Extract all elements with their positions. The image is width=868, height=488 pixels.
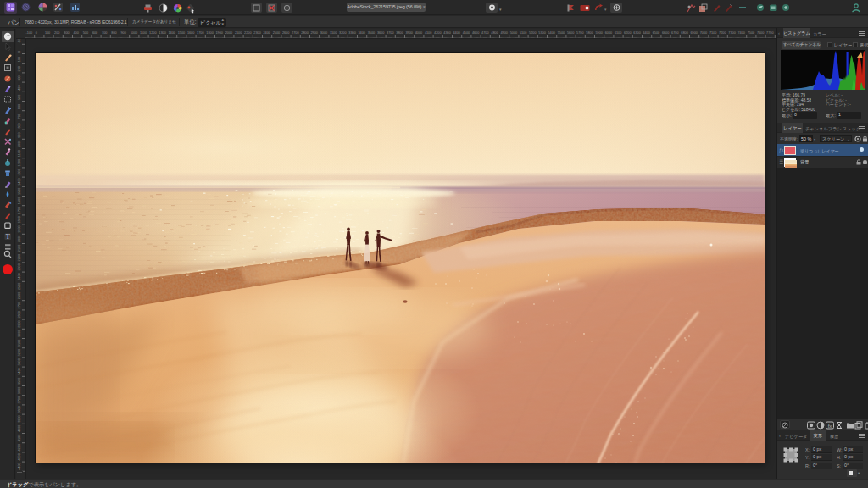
svg-text:600: 600 — [92, 31, 97, 35]
svg-text:3000: 3000 — [320, 31, 327, 35]
svg-text:3300: 3300 — [348, 31, 355, 35]
svg-text:1700: 1700 — [18, 207, 21, 214]
svg-text:900: 900 — [121, 31, 126, 35]
svg-text:300: 300 — [18, 75, 21, 80]
svg-text:100: 100 — [45, 31, 50, 35]
svg-text:7600: 7600 — [757, 31, 764, 35]
svg-text:2000: 2000 — [18, 236, 21, 242]
svg-text:2700: 2700 — [292, 31, 298, 35]
svg-text:4200: 4200 — [434, 31, 441, 35]
svg-text:4300: 4300 — [443, 31, 450, 35]
svg-text:900: 900 — [18, 132, 21, 137]
svg-text:2100: 2100 — [235, 31, 242, 35]
svg-text:4300: 4300 — [18, 453, 21, 460]
svg-text:5200: 5200 — [529, 31, 536, 35]
svg-text:1000: 1000 — [131, 31, 137, 35]
svg-text:2200: 2200 — [244, 31, 251, 35]
svg-text:2900: 2900 — [311, 31, 318, 35]
svg-text:5800: 5800 — [586, 31, 593, 35]
svg-text:5100: 5100 — [520, 31, 526, 35]
svg-text:1400: 1400 — [18, 178, 21, 185]
svg-text:3400: 3400 — [18, 368, 21, 374]
svg-text:7000: 7000 — [700, 31, 707, 35]
svg-text:-100: -100 — [26, 31, 33, 35]
svg-text:6200: 6200 — [624, 31, 631, 35]
svg-text:1900: 1900 — [216, 31, 223, 35]
svg-text:100: 100 — [18, 57, 21, 62]
svg-text:4900: 4900 — [501, 31, 508, 35]
svg-text:2100: 2100 — [18, 245, 21, 252]
svg-text:3900: 3900 — [18, 415, 21, 422]
svg-text:2800: 2800 — [301, 31, 308, 35]
svg-text:3500: 3500 — [368, 31, 375, 35]
svg-text:500: 500 — [83, 31, 88, 35]
svg-text:400: 400 — [74, 31, 79, 35]
svg-text:6600: 6600 — [662, 31, 669, 35]
svg-text:3100: 3100 — [330, 31, 337, 35]
svg-text:6900: 6900 — [691, 31, 698, 35]
svg-text:1500: 1500 — [178, 31, 185, 35]
svg-text:7700: 7700 — [766, 31, 773, 35]
svg-text:700: 700 — [102, 31, 107, 35]
svg-text:4200: 4200 — [18, 444, 21, 451]
svg-text:6100: 6100 — [615, 31, 621, 35]
svg-text:700: 700 — [18, 114, 21, 119]
svg-text:4800: 4800 — [491, 31, 498, 35]
svg-text:2200: 2200 — [18, 254, 21, 261]
svg-text:3700: 3700 — [18, 396, 21, 403]
svg-text:4000: 4000 — [18, 425, 21, 432]
svg-text:1400: 1400 — [169, 31, 175, 35]
svg-text:1300: 1300 — [159, 31, 165, 35]
svg-text:4100: 4100 — [18, 435, 21, 441]
svg-text:1600: 1600 — [18, 197, 21, 204]
svg-text:1900: 1900 — [18, 225, 21, 232]
svg-text:fx: fx — [828, 424, 832, 429]
svg-text:5000: 5000 — [510, 31, 517, 35]
svg-text:3000: 3000 — [18, 330, 21, 337]
svg-text:5300: 5300 — [538, 31, 545, 35]
svg-text:3600: 3600 — [18, 387, 21, 394]
svg-text:400: 400 — [18, 85, 21, 90]
svg-text:5600: 5600 — [567, 31, 574, 35]
svg-text:6700: 6700 — [671, 31, 678, 35]
svg-text:1100: 1100 — [140, 31, 147, 35]
svg-text:7100: 7100 — [709, 31, 716, 35]
svg-text:1200: 1200 — [18, 159, 21, 166]
svg-text:3200: 3200 — [18, 349, 21, 356]
svg-text:600: 600 — [18, 104, 21, 109]
svg-text:1100: 1100 — [18, 150, 21, 157]
svg-text:1800: 1800 — [206, 31, 213, 35]
svg-text:3200: 3200 — [339, 31, 346, 35]
svg-text:2700: 2700 — [18, 302, 21, 308]
svg-text:500: 500 — [18, 95, 21, 100]
svg-text:3800: 3800 — [18, 406, 21, 413]
svg-text:2300: 2300 — [18, 263, 21, 270]
svg-text:4000: 4000 — [415, 31, 422, 35]
svg-text:2500: 2500 — [273, 31, 280, 35]
svg-text:5400: 5400 — [548, 31, 555, 35]
svg-text:2400: 2400 — [264, 31, 270, 35]
svg-text:-100: -100 — [18, 39, 21, 43]
svg-text:2800: 2800 — [18, 311, 21, 318]
svg-text:1200: 1200 — [149, 31, 156, 35]
svg-text:6800: 6800 — [681, 31, 687, 35]
svg-text:5900: 5900 — [596, 31, 603, 35]
svg-text:3100: 3100 — [18, 340, 21, 347]
svg-text:6300: 6300 — [633, 31, 640, 35]
svg-text:7400: 7400 — [738, 31, 745, 35]
svg-text:3600: 3600 — [377, 31, 384, 35]
svg-text:2500: 2500 — [18, 283, 21, 290]
svg-text:4100: 4100 — [425, 31, 431, 35]
svg-text:0: 0 — [18, 51, 21, 53]
svg-text:4500: 4500 — [463, 31, 470, 35]
svg-text:7300: 7300 — [728, 31, 735, 35]
svg-text:200: 200 — [54, 31, 59, 35]
svg-text:1500: 1500 — [18, 188, 21, 195]
svg-text:1700: 1700 — [197, 31, 203, 35]
svg-text:2000: 2000 — [225, 31, 232, 35]
svg-text:6400: 6400 — [643, 31, 650, 35]
svg-text:6500: 6500 — [653, 31, 659, 35]
svg-text:3400: 3400 — [359, 31, 365, 35]
svg-text:3500: 3500 — [18, 378, 21, 385]
svg-text:2300: 2300 — [253, 31, 260, 35]
